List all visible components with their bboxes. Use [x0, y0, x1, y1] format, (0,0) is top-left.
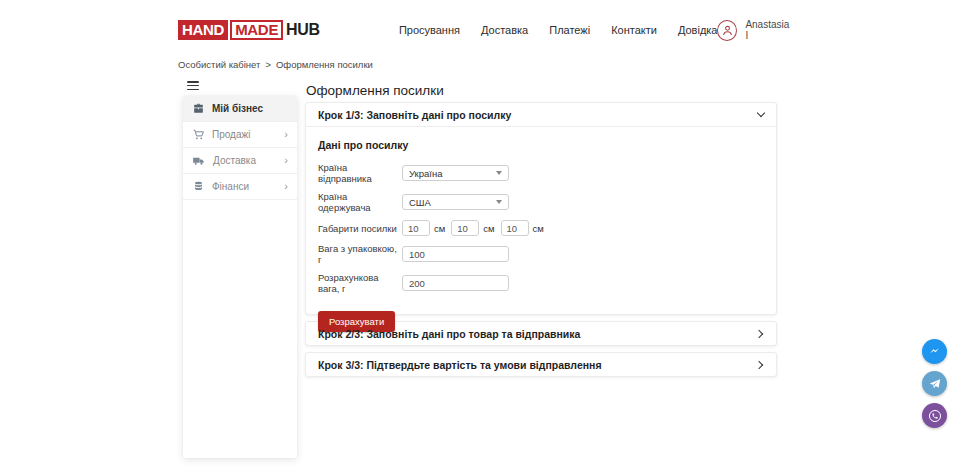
chevron-right-icon [755, 329, 763, 337]
header: HAND MADE HUB Просування Доставка Платеж… [178, 14, 792, 46]
sidebar-item-label: Мій бізнес [212, 103, 263, 114]
sidebar-item-label: Продажі [212, 129, 250, 140]
weight-packed-input[interactable] [402, 246, 509, 262]
sidebar-item-sales[interactable]: Продажі › [183, 122, 297, 148]
sidebar-item-label: Доставка [213, 155, 256, 166]
nav-help[interactable]: Довідка [678, 24, 718, 36]
coins-icon [192, 180, 205, 193]
viber-button[interactable] [922, 403, 947, 428]
chevron-down-icon [757, 109, 765, 117]
messenger-icon [928, 345, 941, 358]
main-content: Крок 1/3: Заповніть дані про посилку Дан… [305, 102, 777, 383]
dimension-length-input[interactable] [402, 220, 430, 236]
logo-hub: HUB [286, 21, 320, 39]
sidebar-item-label: Фінанси [212, 181, 249, 192]
telegram-button[interactable] [922, 371, 947, 396]
user-avatar-icon [717, 20, 737, 41]
weight-packed-row: Вага з упаковкою, г [318, 243, 764, 265]
menu-toggle-icon[interactable] [187, 81, 199, 90]
recipient-country-label: Країна одержувача [318, 191, 402, 213]
dimension-height-input[interactable] [501, 220, 529, 236]
dimension-unit: см [483, 223, 494, 234]
telegram-icon [928, 377, 942, 391]
step-3-title: Крок 3/3: Підтвердьте вартість та умови … [318, 359, 602, 371]
cart-icon [192, 128, 205, 141]
user-menu[interactable]: Anastasia I [717, 19, 792, 41]
step-1-body: Дані про посилку Країна відправника Укра… [306, 126, 776, 314]
weight-packed-label: Вага з упаковкою, г [318, 243, 402, 265]
sender-country-label: Країна відправника [318, 162, 402, 184]
dimensions-row: Габарити посилки см см см [318, 220, 764, 236]
dimension-width-input[interactable] [451, 220, 479, 236]
briefcase-icon [192, 102, 205, 115]
sender-country-value: Україна [409, 168, 443, 179]
select-caret-icon [496, 171, 502, 175]
chevron-right-icon: › [284, 155, 288, 166]
step-1-card: Крок 1/3: Заповніть дані про посилку Дан… [305, 102, 777, 315]
breadcrumb: Особистий кабінет > Оформлення посилки [178, 59, 373, 70]
nav-promotion[interactable]: Просування [399, 24, 460, 36]
chevron-right-icon: › [284, 181, 288, 192]
page-title: Оформлення посилки [306, 83, 444, 98]
step-3-card: Крок 3/3: Підтвердьте вартість та умови … [305, 352, 777, 377]
chevron-right-icon: › [284, 129, 288, 140]
messenger-button[interactable] [922, 339, 947, 364]
step-3-header[interactable]: Крок 3/3: Підтвердьте вартість та умови … [306, 353, 776, 376]
logo-made: MADE [230, 20, 283, 40]
recipient-country-row: Країна одержувача США [318, 191, 764, 213]
logo[interactable]: HAND MADE HUB [178, 20, 320, 40]
sidebar: Мій бізнес Продажі › Доставка › [183, 96, 297, 458]
nav-contacts[interactable]: Контакти [611, 24, 657, 36]
dimension-unit: см [533, 223, 544, 234]
select-caret-icon [496, 200, 502, 204]
weight-calc-row: Розрахункова вага, г [318, 272, 764, 294]
breadcrumb-home[interactable]: Особистий кабінет [178, 59, 260, 70]
sender-country-row: Країна відправника Україна [318, 162, 764, 184]
dimension-unit: см [434, 223, 445, 234]
chevron-right-icon [755, 360, 763, 368]
nav-delivery[interactable]: Доставка [481, 24, 528, 36]
dimensions-label: Габарити посилки [318, 223, 402, 234]
nav-payments[interactable]: Платежі [549, 24, 590, 36]
main-nav: Просування Доставка Платежі Контакти Дов… [399, 24, 718, 36]
sidebar-item-my-business[interactable]: Мій бізнес [183, 96, 297, 122]
social-buttons [922, 339, 947, 428]
step-1-header[interactable]: Крок 1/3: Заповніть дані про посилку [306, 103, 776, 126]
recipient-country-value: США [409, 197, 431, 208]
weight-calc-input[interactable] [402, 275, 509, 291]
form-section-title: Дані про посилку [318, 139, 764, 151]
sidebar-item-delivery[interactable]: Доставка › [183, 148, 297, 174]
breadcrumb-separator: > [265, 59, 271, 70]
weight-calc-label: Розрахункова вага, г [318, 272, 402, 294]
step-1-title: Крок 1/3: Заповніть дані про посилку [318, 109, 511, 121]
truck-icon [192, 154, 206, 168]
step-2-title: Крок 2/3: Заповніть дані про товар та ві… [318, 328, 580, 340]
sender-country-select[interactable]: Україна [402, 165, 509, 181]
recipient-country-select[interactable]: США [402, 194, 509, 210]
logo-hand: HAND [178, 20, 228, 40]
breadcrumb-current: Оформлення посилки [276, 59, 373, 70]
sidebar-item-finance[interactable]: Фінанси › [183, 174, 297, 200]
viber-icon [927, 408, 943, 424]
user-name: Anastasia I [745, 19, 792, 41]
